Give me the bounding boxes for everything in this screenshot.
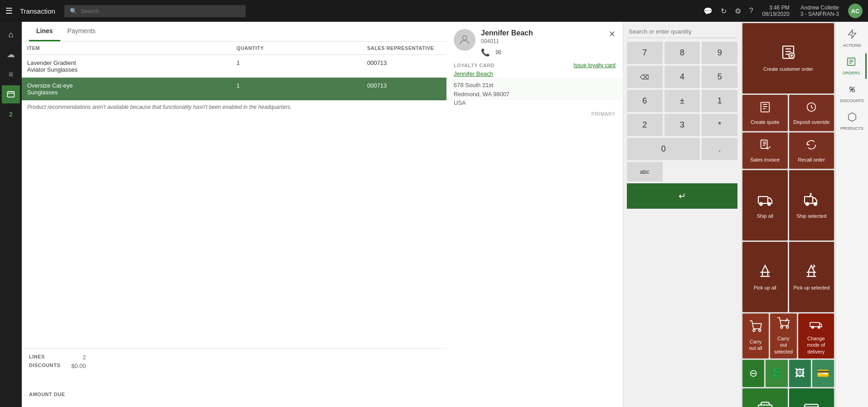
- tile-change-mode-of-delivery[interactable]: Change mode of delivery: [798, 314, 834, 358]
- tiles-row-2: Create quote Deposit override: [742, 95, 834, 131]
- numpad-4[interactable]: 4: [664, 66, 700, 88]
- store-id: 3 - SANFRAN-3: [800, 11, 839, 17]
- email-icon[interactable]: ✉: [495, 48, 501, 57]
- action-strip-orders[interactable]: ORDERS: [838, 53, 867, 79]
- address-line2: Redmond, WA 98007: [454, 91, 509, 98]
- change-mode-delivery-label: Change mode of delivery: [802, 335, 830, 355]
- tiles-row-3: Sales invoice Recall order: [742, 132, 834, 169]
- phone-icon[interactable]: 📞: [481, 48, 490, 57]
- lines-label: LINES: [29, 354, 45, 361]
- tile-pay-card[interactable]: Pay card: [789, 388, 834, 407]
- orders-icon: [846, 57, 856, 69]
- avatar[interactable]: AC: [848, 4, 863, 18]
- numpad-2[interactable]: 2: [627, 114, 663, 136]
- tiles-row-8: Pay cash Pay card: [742, 388, 834, 407]
- username: Andrew Collette: [800, 5, 839, 11]
- recall-order-icon: [805, 138, 818, 154]
- numpad-backspace[interactable]: ⌫: [627, 66, 663, 88]
- action-strip-discounts[interactable]: DISCOUNTS: [838, 81, 867, 107]
- products-label: PRODUCTS: [840, 126, 863, 131]
- numpad-plusminus[interactable]: ±: [664, 90, 700, 112]
- numpad-enter[interactable]: ↵: [627, 183, 737, 209]
- issue-loyalty-button[interactable]: Issue loyalty card: [573, 62, 616, 69]
- tile-pick-up-selected[interactable]: Pick up selected: [789, 242, 834, 312]
- sidebar-item-menu[interactable]: ≡: [2, 65, 20, 83]
- numpad-dot[interactable]: .: [702, 138, 737, 160]
- chat-icon[interactable]: 💬: [703, 7, 713, 15]
- svg-rect-10: [805, 196, 813, 203]
- tile-ship-selected[interactable]: Ship selected: [789, 170, 834, 240]
- settings-icon[interactable]: ⚙: [735, 7, 741, 15]
- numpad-8[interactable]: 8: [664, 42, 700, 64]
- close-customer-button[interactable]: ✕: [609, 29, 616, 39]
- app-title: Transaction: [20, 7, 55, 15]
- numpad-3[interactable]: 3: [664, 114, 700, 136]
- numpad-grid: 7 8 9 ⌫ 4 5 6 ± 1 2 3 * 0 . abc: [627, 42, 737, 181]
- tile-icon-2[interactable]: 💲: [766, 360, 787, 387]
- search-bar[interactable]: 🔍: [64, 5, 246, 17]
- tile-ship-all[interactable]: Ship all: [742, 170, 788, 240]
- create-quote-label: Create quote: [751, 119, 780, 125]
- search-input[interactable]: [81, 8, 240, 15]
- customer-name: Jennifer Beach: [481, 29, 533, 37]
- tile-recall-order[interactable]: Recall order: [789, 132, 834, 169]
- sidebar-item-home[interactable]: ⌂: [2, 25, 20, 44]
- tab-payments[interactable]: Payments: [60, 22, 103, 41]
- tile-icon-4[interactable]: 💳: [812, 360, 834, 387]
- svg-point-12: [814, 203, 817, 206]
- svg-point-13: [753, 329, 755, 332]
- sidebar-item-2[interactable]: 2: [2, 105, 20, 123]
- action-strip-actions[interactable]: ACTIONS: [838, 25, 867, 51]
- customer-address: 678 South 21st Redmond, WA 98007 USA: [454, 81, 616, 108]
- numpad-1[interactable]: 1: [702, 90, 737, 112]
- svg-point-15: [781, 326, 783, 329]
- tile-create-customer-order[interactable]: Create customer order: [742, 23, 834, 93]
- address-line3: USA: [454, 99, 466, 106]
- amount-due-label: AMOUNT DUE: [29, 392, 65, 397]
- sidebar-item-cart[interactable]: [2, 85, 20, 103]
- tile-create-quote[interactable]: Create quote: [742, 95, 788, 131]
- right-panel: Jennifer Beach 004011 📞 ✉ ✕ LOYALTY CARD…: [446, 22, 741, 407]
- loyalty-row: LOYALTY CARD Issue loyalty card: [454, 62, 616, 69]
- numpad-search-input[interactable]: [627, 25, 737, 38]
- svg-rect-7: [758, 196, 768, 203]
- hamburger-icon[interactable]: ☰: [5, 6, 13, 16]
- numpad-9[interactable]: 9: [702, 42, 737, 64]
- numpad-0[interactable]: 0: [627, 138, 700, 160]
- tile-icon-3[interactable]: 🖼: [789, 360, 811, 387]
- pick-up-selected-icon: [803, 263, 820, 282]
- numpad-5[interactable]: 5: [702, 66, 737, 88]
- tab-lines[interactable]: Lines: [29, 22, 60, 41]
- action-strip-products[interactable]: PRODUCTS: [838, 108, 867, 134]
- actions-label: ACTIONS: [843, 43, 861, 48]
- sales-invoice-label: Sales invoice: [750, 157, 780, 163]
- discounts-icon: [847, 84, 857, 97]
- refresh-icon[interactable]: ↻: [721, 7, 727, 15]
- numpad-7[interactable]: 7: [627, 42, 663, 64]
- discounts-value: $0.00: [71, 363, 86, 369]
- pick-up-selected-label: Pick up selected: [793, 284, 829, 291]
- time-display: 3:46 PM 08/19/2020: [762, 5, 795, 17]
- tile-pay-cash[interactable]: Pay cash: [742, 388, 788, 407]
- numpad-abc[interactable]: abc: [627, 162, 663, 181]
- tile-carry-out-selected[interactable]: Carry out selected: [770, 314, 796, 358]
- loyalty-name[interactable]: Jennifer Beach: [454, 70, 616, 77]
- help-icon[interactable]: ?: [749, 7, 753, 15]
- tile-sales-invoice[interactable]: Sales invoice: [742, 132, 788, 169]
- svg-rect-17: [810, 323, 820, 327]
- tile-icon-1-icon: ⊖: [749, 368, 757, 379]
- date: 08/19/2020: [762, 11, 790, 17]
- tile-icon-2-icon: 💲: [771, 368, 783, 379]
- svg-point-18: [812, 326, 814, 329]
- tile-carry-out-all[interactable]: Carry out all: [742, 314, 769, 358]
- tile-deposit-override[interactable]: Deposit override: [789, 95, 834, 131]
- tiles-row-5: Pick up all Pick up selected: [742, 242, 834, 312]
- customer-info: Jennifer Beach 004011 📞 ✉: [454, 29, 533, 57]
- tile-pick-up-all[interactable]: Pick up all: [742, 242, 788, 312]
- carry-out-all-label: Carry out all: [746, 338, 765, 352]
- discounts-label: DISCOUNTS: [840, 98, 864, 103]
- numpad-multiply[interactable]: *: [702, 114, 737, 136]
- tile-icon-1[interactable]: ⊖: [742, 360, 764, 387]
- sidebar-item-cloud[interactable]: ☁: [2, 45, 20, 64]
- numpad-6[interactable]: 6: [627, 90, 663, 112]
